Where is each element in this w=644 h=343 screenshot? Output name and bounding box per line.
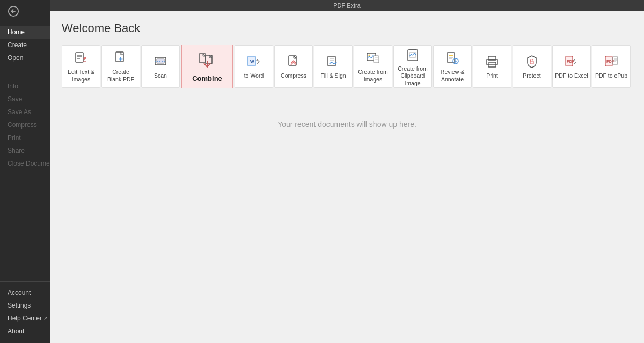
- topbar: PDF Extra: [50, 0, 644, 11]
- sidebar-item-info: Info: [0, 80, 50, 93]
- tool-create-blank-label: Create Blank PDF: [107, 69, 134, 83]
- back-button[interactable]: [0, 0, 50, 23]
- sidebar-item-account[interactable]: Account: [0, 286, 50, 299]
- tool-combine-label: Combine: [192, 74, 222, 84]
- external-link-icon: ↗: [43, 316, 48, 321]
- svg-rect-41: [530, 61, 533, 64]
- sidebar-item-print: Print: [0, 131, 50, 144]
- create-clipboard-icon: [405, 47, 420, 62]
- sidebar-bottom-section: Account Settings Help Center ↗ About: [0, 277, 50, 343]
- content-area: Welcome Back Edit Text & Images: [50, 11, 644, 343]
- svg-rect-19: [328, 56, 335, 66]
- tool-compress-label: Compress: [281, 72, 306, 80]
- tool-create-blank[interactable]: Create Blank PDF: [101, 45, 140, 88]
- scan-icon: [153, 54, 168, 69]
- page-title: Welcome Back: [62, 21, 632, 35]
- sidebar-item-help-center[interactable]: Help Center ↗: [0, 312, 50, 325]
- tool-protect-label: Protect: [523, 72, 540, 80]
- pdf-epub-icon: PDF: [604, 54, 619, 69]
- tool-pdf-excel[interactable]: PDF PDF to Excel: [552, 45, 591, 88]
- review-annotate-icon: [445, 50, 460, 65]
- tool-edit-text-label: Edit Text & Images: [68, 69, 94, 83]
- create-images-icon: [365, 50, 380, 65]
- svg-text:W: W: [250, 59, 254, 64]
- sidebar-item-settings[interactable]: Settings: [0, 299, 50, 312]
- recent-documents-section: Your recent documents will show up here.: [62, 120, 632, 129]
- sidebar-top-section: Home Create Open: [0, 23, 50, 68]
- main-content: PDF Extra Welcome Back Edit Text & Image…: [50, 0, 644, 343]
- tool-to-word-label: to Word: [244, 72, 264, 80]
- tool-create-clipboard[interactable]: Create from Clipboard Image: [393, 45, 432, 88]
- tool-print-label: Print: [486, 72, 498, 80]
- to-word-icon: W: [246, 54, 261, 69]
- tool-review-annotate-label: Review & Annotate: [441, 69, 464, 83]
- svg-rect-14: [206, 55, 212, 64]
- sidebar-item-compress: Compress: [0, 118, 50, 131]
- sidebar-item-open[interactable]: Open: [0, 51, 50, 64]
- sidebar-item-close-document: Close Document: [0, 157, 50, 170]
- combine-icon: [197, 51, 217, 71]
- edit-text-icon: [74, 50, 89, 65]
- tool-create-clipboard-label: Create from Clipboard Image: [396, 65, 429, 87]
- sidebar: Home Create Open Info Save Save As Compr…: [0, 0, 50, 343]
- svg-rect-2: [76, 53, 83, 62]
- tool-create-images[interactable]: Create from Images: [354, 45, 392, 88]
- sidebar-item-home[interactable]: Home: [0, 26, 50, 39]
- tool-combine[interactable]: Combine: [181, 45, 233, 88]
- tool-pdf-epub-label: PDF to ePub: [595, 72, 627, 80]
- sidebar-item-create[interactable]: Create: [0, 39, 50, 51]
- tool-compress[interactable]: Compress: [274, 45, 313, 88]
- protect-icon: [524, 54, 539, 69]
- sidebar-item-save: Save: [0, 93, 50, 106]
- recent-empty-text: Your recent documents will show up here.: [277, 120, 416, 129]
- tool-pdf-epub[interactable]: PDF PDF to ePub: [592, 45, 631, 88]
- fill-sign-icon: [326, 54, 341, 69]
- app-name: PDF Extra: [333, 2, 361, 9]
- sidebar-mid-section: Info Save Save As Compress Print Share C…: [0, 77, 50, 173]
- print-icon: [485, 54, 500, 69]
- tool-scan-label: Scan: [154, 72, 167, 80]
- tool-print[interactable]: Print: [473, 45, 511, 88]
- compress-icon: [286, 54, 301, 69]
- pdf-excel-icon: PDF: [564, 54, 579, 69]
- sidebar-item-saveas: Save As: [0, 106, 50, 118]
- tool-pdf-excel-label: PDF to Excel: [555, 72, 588, 80]
- svg-point-23: [369, 55, 370, 56]
- svg-rect-13: [199, 54, 206, 62]
- tool-create-images-label: Create from Images: [358, 69, 387, 83]
- tool-scan[interactable]: Scan: [141, 45, 180, 88]
- tool-to-word[interactable]: W to Word: [235, 45, 273, 88]
- tool-pdf-image[interactable]: PDF PDF to Image: [632, 45, 632, 88]
- tool-fill-sign[interactable]: Fill & Sign: [314, 45, 353, 88]
- tool-protect[interactable]: Protect: [513, 45, 551, 88]
- sidebar-item-share: Share: [0, 144, 50, 157]
- svg-text:PDF: PDF: [567, 59, 575, 63]
- sidebar-item-about[interactable]: About: [0, 325, 50, 338]
- tool-fill-sign-label: Fill & Sign: [320, 72, 346, 80]
- tool-edit-text[interactable]: Edit Text & Images: [62, 45, 100, 88]
- tool-grid: Edit Text & Images Create Blank PDF: [62, 45, 632, 88]
- create-blank-icon: [113, 50, 128, 65]
- tool-review-annotate[interactable]: Review & Annotate: [433, 45, 472, 88]
